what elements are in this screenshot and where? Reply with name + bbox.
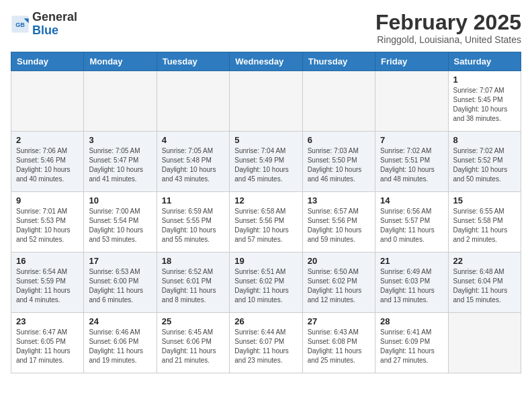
calendar-day-cell: 1Sunrise: 7:07 AM Sunset: 5:45 PM Daylig… xyxy=(448,71,521,132)
logo-general-text: General xyxy=(32,10,77,24)
day-number: 24 xyxy=(89,316,151,326)
day-number: 1 xyxy=(453,75,516,85)
calendar-day-cell: 25Sunrise: 6:45 AM Sunset: 6:06 PM Dayli… xyxy=(157,313,229,373)
calendar-day-cell xyxy=(84,71,157,132)
day-info: Sunrise: 6:49 AM Sunset: 6:03 PM Dayligh… xyxy=(380,267,443,305)
svg-text:GB: GB xyxy=(15,21,25,28)
day-info: Sunrise: 6:59 AM Sunset: 5:55 PM Dayligh… xyxy=(162,207,224,244)
day-info: Sunrise: 6:43 AM Sunset: 6:08 PM Dayligh… xyxy=(308,328,370,365)
day-info: Sunrise: 6:41 AM Sunset: 6:09 PM Dayligh… xyxy=(380,328,443,365)
calendar-week-row: 9Sunrise: 7:01 AM Sunset: 5:53 PM Daylig… xyxy=(11,192,521,253)
location-text: Ringgold, Louisiana, United States xyxy=(375,34,521,45)
month-title: February 2025 xyxy=(375,11,521,34)
day-info: Sunrise: 6:56 AM Sunset: 5:57 PM Dayligh… xyxy=(380,207,443,244)
calendar-day-cell: 14Sunrise: 6:56 AM Sunset: 5:57 PM Dayli… xyxy=(375,192,448,253)
calendar-header-wednesday: Wednesday xyxy=(230,52,302,71)
day-info: Sunrise: 7:06 AM Sunset: 5:46 PM Dayligh… xyxy=(16,146,79,184)
day-info: Sunrise: 6:54 AM Sunset: 5:59 PM Dayligh… xyxy=(16,267,79,305)
title-block: February 2025 Ringgold, Louisiana, Unite… xyxy=(375,11,521,45)
calendar-day-cell xyxy=(157,71,229,132)
calendar-header-monday: Monday xyxy=(84,52,157,71)
day-number: 20 xyxy=(308,256,370,266)
calendar-day-cell: 12Sunrise: 6:58 AM Sunset: 5:56 PM Dayli… xyxy=(230,192,302,253)
calendar-day-cell: 27Sunrise: 6:43 AM Sunset: 6:08 PM Dayli… xyxy=(302,313,375,373)
day-info: Sunrise: 7:00 AM Sunset: 5:54 PM Dayligh… xyxy=(89,207,151,244)
day-number: 9 xyxy=(16,195,79,205)
day-number: 6 xyxy=(308,135,370,145)
day-number: 13 xyxy=(308,195,370,205)
day-info: Sunrise: 6:52 AM Sunset: 6:01 PM Dayligh… xyxy=(162,267,224,305)
logo-icon: GB xyxy=(11,15,30,34)
day-number: 26 xyxy=(234,316,297,326)
calendar-day-cell: 6Sunrise: 7:03 AM Sunset: 5:50 PM Daylig… xyxy=(302,132,375,192)
day-info: Sunrise: 6:46 AM Sunset: 6:06 PM Dayligh… xyxy=(89,328,151,365)
calendar-day-cell: 22Sunrise: 6:48 AM Sunset: 6:04 PM Dayli… xyxy=(448,253,521,313)
day-info: Sunrise: 6:57 AM Sunset: 5:56 PM Dayligh… xyxy=(308,207,370,244)
calendar-day-cell: 28Sunrise: 6:41 AM Sunset: 6:09 PM Dayli… xyxy=(375,313,448,373)
calendar-day-cell: 24Sunrise: 6:46 AM Sunset: 6:06 PM Dayli… xyxy=(84,313,157,373)
calendar-week-row: 23Sunrise: 6:47 AM Sunset: 6:05 PM Dayli… xyxy=(11,313,521,373)
day-number: 17 xyxy=(89,256,151,266)
day-number: 28 xyxy=(380,316,443,326)
page-header: GB General Blue February 2025 Ringgold, … xyxy=(11,11,521,45)
day-info: Sunrise: 6:45 AM Sunset: 6:06 PM Dayligh… xyxy=(162,328,224,365)
day-number: 12 xyxy=(234,195,297,205)
logo-blue-text: Blue xyxy=(32,24,58,37)
calendar-day-cell xyxy=(230,71,302,132)
day-number: 19 xyxy=(234,256,297,266)
day-number: 8 xyxy=(453,135,516,145)
calendar-day-cell xyxy=(448,313,521,373)
day-number: 23 xyxy=(16,316,79,326)
day-number: 18 xyxy=(162,256,224,266)
day-info: Sunrise: 6:50 AM Sunset: 6:02 PM Dayligh… xyxy=(308,267,370,305)
calendar-day-cell: 19Sunrise: 6:51 AM Sunset: 6:02 PM Dayli… xyxy=(230,253,302,313)
day-number: 10 xyxy=(89,195,151,205)
day-info: Sunrise: 6:53 AM Sunset: 6:00 PM Dayligh… xyxy=(89,267,151,305)
day-info: Sunrise: 7:02 AM Sunset: 5:52 PM Dayligh… xyxy=(453,146,516,184)
day-info: Sunrise: 6:47 AM Sunset: 6:05 PM Dayligh… xyxy=(16,328,79,365)
day-number: 15 xyxy=(453,195,516,205)
calendar-week-row: 16Sunrise: 6:54 AM Sunset: 5:59 PM Dayli… xyxy=(11,253,521,313)
calendar-day-cell: 21Sunrise: 6:49 AM Sunset: 6:03 PM Dayli… xyxy=(375,253,448,313)
calendar-day-cell xyxy=(11,71,84,132)
calendar-table: SundayMondayTuesdayWednesdayThursdayFrid… xyxy=(11,52,521,373)
day-number: 3 xyxy=(89,135,151,145)
day-number: 27 xyxy=(308,316,370,326)
calendar-day-cell: 10Sunrise: 7:00 AM Sunset: 5:54 PM Dayli… xyxy=(84,192,157,253)
calendar-day-cell: 4Sunrise: 7:05 AM Sunset: 5:48 PM Daylig… xyxy=(157,132,229,192)
day-number: 4 xyxy=(162,135,224,145)
calendar-day-cell: 20Sunrise: 6:50 AM Sunset: 6:02 PM Dayli… xyxy=(302,253,375,313)
calendar-day-cell xyxy=(302,71,375,132)
day-info: Sunrise: 7:04 AM Sunset: 5:49 PM Dayligh… xyxy=(234,146,297,184)
calendar-day-cell: 7Sunrise: 7:02 AM Sunset: 5:51 PM Daylig… xyxy=(375,132,448,192)
calendar-day-cell: 17Sunrise: 6:53 AM Sunset: 6:00 PM Dayli… xyxy=(84,253,157,313)
day-info: Sunrise: 7:02 AM Sunset: 5:51 PM Dayligh… xyxy=(380,146,443,184)
day-number: 5 xyxy=(234,135,297,145)
calendar-header-friday: Friday xyxy=(375,52,448,71)
day-info: Sunrise: 6:44 AM Sunset: 6:07 PM Dayligh… xyxy=(234,328,297,365)
day-number: 25 xyxy=(162,316,224,326)
day-number: 21 xyxy=(380,256,443,266)
day-info: Sunrise: 7:03 AM Sunset: 5:50 PM Dayligh… xyxy=(308,146,370,184)
logo: GB General Blue xyxy=(11,11,77,38)
calendar-header-row: SundayMondayTuesdayWednesdayThursdayFrid… xyxy=(11,52,521,71)
calendar-header-thursday: Thursday xyxy=(302,52,375,71)
calendar-day-cell: 16Sunrise: 6:54 AM Sunset: 5:59 PM Dayli… xyxy=(11,253,84,313)
day-info: Sunrise: 7:05 AM Sunset: 5:48 PM Dayligh… xyxy=(162,146,224,184)
calendar-day-cell: 18Sunrise: 6:52 AM Sunset: 6:01 PM Dayli… xyxy=(157,253,229,313)
calendar-day-cell: 9Sunrise: 7:01 AM Sunset: 5:53 PM Daylig… xyxy=(11,192,84,253)
day-number: 16 xyxy=(16,256,79,266)
day-info: Sunrise: 7:05 AM Sunset: 5:47 PM Dayligh… xyxy=(89,146,151,184)
calendar-day-cell: 13Sunrise: 6:57 AM Sunset: 5:56 PM Dayli… xyxy=(302,192,375,253)
calendar-day-cell: 8Sunrise: 7:02 AM Sunset: 5:52 PM Daylig… xyxy=(448,132,521,192)
calendar-week-row: 1Sunrise: 7:07 AM Sunset: 5:45 PM Daylig… xyxy=(11,71,521,132)
calendar-day-cell: 26Sunrise: 6:44 AM Sunset: 6:07 PM Dayli… xyxy=(230,313,302,373)
calendar-week-row: 2Sunrise: 7:06 AM Sunset: 5:46 PM Daylig… xyxy=(11,132,521,192)
day-number: 7 xyxy=(380,135,443,145)
calendar-day-cell: 5Sunrise: 7:04 AM Sunset: 5:49 PM Daylig… xyxy=(230,132,302,192)
calendar-day-cell: 3Sunrise: 7:05 AM Sunset: 5:47 PM Daylig… xyxy=(84,132,157,192)
day-info: Sunrise: 6:48 AM Sunset: 6:04 PM Dayligh… xyxy=(453,267,516,305)
day-number: 2 xyxy=(16,135,79,145)
day-number: 22 xyxy=(453,256,516,266)
calendar-day-cell xyxy=(375,71,448,132)
